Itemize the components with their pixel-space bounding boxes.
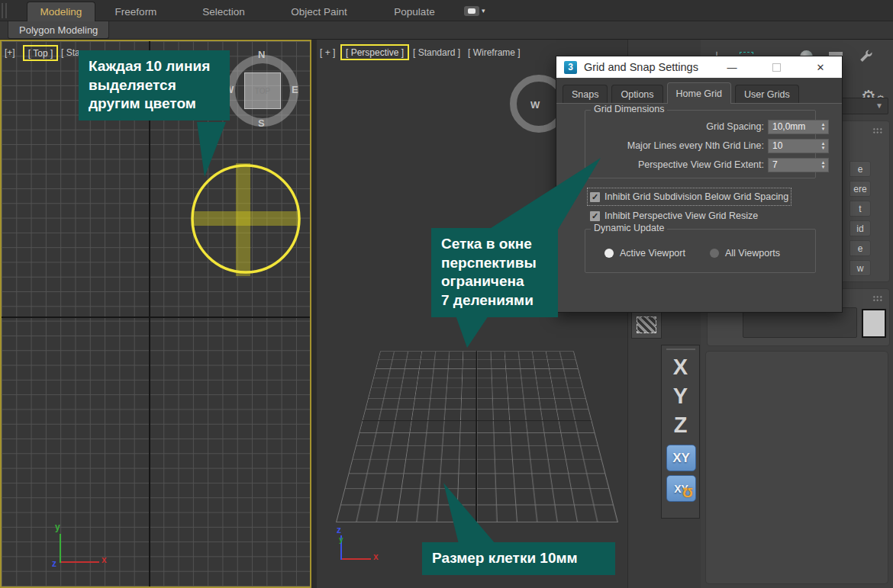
group-title: Grid Dimensions: [591, 104, 667, 114]
dropdown-arrow-icon: ▼: [875, 101, 883, 110]
group-title: Dynamic Update: [591, 223, 667, 233]
tab-options[interactable]: Options: [611, 85, 662, 103]
command-panel-blank-area: [705, 351, 888, 584]
tab-home-grid[interactable]: Home Grid: [667, 82, 731, 104]
dialog-titlebar[interactable]: 3 Grid and Snap Settings: [556, 56, 842, 78]
persp-grid-extent-field[interactable]: 7 ▴▾: [768, 158, 829, 172]
object-type-button[interactable]: e: [849, 161, 871, 177]
tripod-y-label: y: [339, 535, 343, 544]
dialog-title: Grid and Snap Settings: [584, 61, 698, 73]
close-icon: ✕: [817, 62, 825, 73]
grid-spacing-value: 10,0mm: [769, 121, 818, 132]
magnet-icon: Ω: [682, 484, 693, 500]
grid-dimensions-group: Grid Dimensions Grid Spacing: 10,0mm ▴▾ …: [585, 110, 816, 178]
callout-major-lines: Каждая 10 линия выделяется другим цветом: [79, 50, 230, 120]
object-type-button[interactable]: t: [849, 201, 871, 217]
tripod-z-label: z: [337, 525, 341, 535]
viewcube-top-face[interactable]: TOP: [244, 72, 281, 109]
wrench-icon[interactable]: [856, 47, 875, 66]
callout-text: Сетка в окне: [441, 235, 548, 254]
callout-text: Каждая 10 линия: [89, 57, 220, 76]
grid-y-axis-line: [149, 41, 150, 586]
viewport-top-menu-general[interactable]: [+]: [5, 47, 15, 58]
chevron-down-icon: ▾: [482, 7, 485, 14]
object-type-button[interactable]: ere: [849, 181, 871, 197]
checkbox-label: Inhibit Perspective View Grid Resize: [604, 210, 758, 221]
grid-x-axis-line: [2, 316, 310, 318]
callout-text: перспективы: [441, 254, 548, 273]
checkbox-label: Inhibit Grid Subdivision Below Grid Spac…: [604, 191, 788, 202]
ribbon-tab-label: Object Paint: [291, 6, 347, 18]
viewcube-west-label-perspective[interactable]: W: [530, 99, 540, 111]
minimize-button[interactable]: —: [717, 56, 747, 78]
inhibit-grid-subdivision-checkbox[interactable]: ✓ Inhibit Grid Subdivision Below Grid Sp…: [590, 191, 788, 203]
maximize-icon: [772, 63, 781, 72]
snaps-toggle-icon: [637, 316, 656, 333]
constraint-z-button[interactable]: Z: [662, 413, 699, 438]
object-color-swatch[interactable]: [862, 309, 886, 338]
ribbon-subtab-row: Polygon Modeling: [0, 21, 893, 40]
grid-spacing-field[interactable]: 10,0mm ▴▾: [768, 120, 829, 134]
tripod-z-label: z: [52, 558, 56, 569]
tripod-x-axis: [61, 561, 99, 563]
spinner-control[interactable]: ▴▾: [818, 160, 828, 169]
checkbox-check-icon: ✓: [590, 211, 600, 221]
drag-grip-icon[interactable]: [872, 127, 883, 133]
close-button[interactable]: ✕: [805, 56, 836, 78]
minimize-icon: —: [727, 62, 737, 73]
ribbon-tab-freeform[interactable]: Freeform: [108, 2, 163, 21]
constraint-x-button[interactable]: X: [662, 355, 699, 380]
xy-button-label: XY: [672, 451, 690, 466]
axis-constraints-toolbar: X Y Z XY XY Ω: [661, 345, 700, 519]
viewport-persp-menu-shading[interactable]: [ Wireframe ]: [468, 47, 521, 58]
object-type-button[interactable]: e: [849, 240, 871, 256]
grid-snap-settings-dialog: 3 Grid and Snap Settings — ✕ Snaps Optio…: [556, 56, 843, 313]
ribbon-bar: Modeling Freeform Selection Object Paint…: [0, 0, 893, 21]
constraint-xy-button[interactable]: XY: [666, 445, 696, 471]
object-type-button[interactable]: id: [849, 220, 871, 236]
active-viewport-radio[interactable]: Active Viewport: [604, 248, 685, 259]
major-lines-field[interactable]: 10 ▴▾: [768, 139, 829, 153]
tab-polygon-modeling[interactable]: Polygon Modeling: [8, 21, 109, 39]
persp-grid-extent-value: 7: [769, 159, 818, 170]
viewport-top-menu-pov-highlighted[interactable]: [ Top ]: [23, 45, 58, 61]
major-lines-value: 10: [769, 140, 818, 151]
viewport-persp-menu-standard[interactable]: [ Standard ]: [413, 47, 460, 58]
viewport-persp-menu-general[interactable]: [ + ]: [320, 47, 335, 58]
tab-user-grids[interactable]: User Grids: [735, 85, 799, 103]
toolbar-grip-handle[interactable]: [666, 349, 695, 350]
ribbon-tab-selection[interactable]: Selection: [195, 2, 252, 21]
object-type-button[interactable]: w: [849, 260, 871, 276]
ribbon-tab-label: Populate: [394, 6, 434, 18]
tripod-y-axis: [60, 534, 61, 563]
drag-grip-icon[interactable]: [872, 295, 883, 301]
viewcube-east-label[interactable]: E: [292, 84, 298, 95]
inhibit-persp-grid-resize-checkbox[interactable]: ✓ Inhibit Perspective View Grid Resize: [590, 210, 758, 222]
ribbon-tab-modeling[interactable]: Modeling: [27, 2, 95, 21]
spinner-down-icon: ▾: [822, 127, 825, 131]
perspective-grid: [336, 351, 618, 522]
ribbon-tab-populate[interactable]: Populate: [386, 2, 443, 21]
spinner-control[interactable]: ▴▾: [818, 141, 828, 150]
viewcube-south-label[interactable]: S: [258, 117, 265, 129]
ribbon-tab-object-paint[interactable]: Object Paint: [284, 2, 354, 21]
tripod-y-label: y: [55, 522, 60, 532]
constraint-y-button[interactable]: Y: [662, 384, 699, 409]
tab-snaps[interactable]: Snaps: [563, 85, 608, 103]
maximize-button[interactable]: [761, 56, 791, 78]
tripod-x-axis: [342, 558, 371, 560]
spinner-control[interactable]: ▴▾: [818, 122, 828, 131]
radio-label: Active Viewport: [620, 248, 685, 259]
radio-selected-icon: [604, 249, 614, 258]
callout-text: выделяется: [89, 76, 220, 95]
viewport-top[interactable]: TOP N E S W y x z: [0, 40, 311, 588]
viewport-persp-menu-pov-highlighted[interactable]: [ Perspective ]: [340, 44, 409, 60]
ribbon-overflow-button[interactable]: ▾: [464, 5, 487, 17]
snaps-toggle-button[interactable]: [631, 311, 662, 339]
viewcube-north-label[interactable]: N: [258, 49, 265, 60]
all-viewports-radio[interactable]: All Viewports: [710, 248, 780, 259]
ribbon-tab-label: Freeform: [115, 6, 157, 18]
radio-label: All Viewports: [725, 248, 780, 259]
snap-use-axis-constraints-button[interactable]: XY Ω: [666, 475, 696, 502]
ribbon-grip[interactable]: [2, 3, 7, 18]
